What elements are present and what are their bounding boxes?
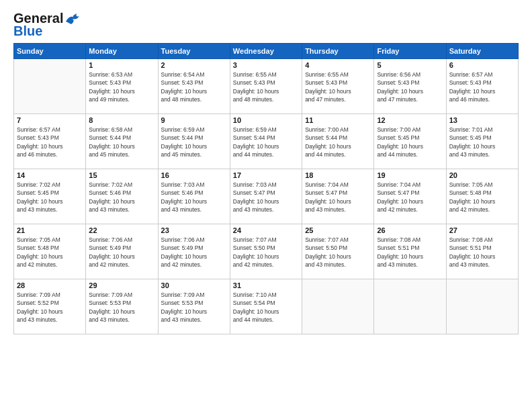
day-info: Sunrise: 6:59 AMSunset: 5:44 PMDaylight:… [161,126,227,158]
day-info: Sunrise: 6:54 AMSunset: 5:43 PMDaylight:… [161,71,227,103]
calendar-cell [14,59,86,114]
day-info: Sunrise: 7:08 AMSunset: 5:51 PMDaylight:… [377,236,443,269]
calendar-cell: 22Sunrise: 7:06 AMSunset: 5:49 PMDayligh… [86,224,158,279]
calendar-cell: 17Sunrise: 7:03 AMSunset: 5:47 PMDayligh… [230,169,302,224]
day-info: Sunrise: 7:07 AMSunset: 5:50 PMDaylight:… [233,236,299,269]
calendar-cell: 18Sunrise: 7:04 AMSunset: 5:47 PMDayligh… [302,169,374,224]
day-number: 11 [305,116,371,124]
calendar-cell: 8Sunrise: 6:58 AMSunset: 5:44 PMDaylight… [86,114,158,169]
day-number: 16 [161,171,227,179]
day-number: 9 [161,116,227,124]
day-number: 19 [377,171,443,179]
day-number: 30 [161,281,227,289]
day-number: 31 [233,281,299,289]
day-number: 29 [89,281,154,289]
day-number: 10 [233,116,299,124]
day-number: 15 [89,171,154,179]
weekday-header-thursday: Thursday [302,44,374,59]
day-number: 5 [377,61,443,69]
calendar-cell: 3Sunrise: 6:55 AMSunset: 5:43 PMDaylight… [230,59,302,114]
calendar-cell [302,279,374,334]
calendar-cell: 19Sunrise: 7:04 AMSunset: 5:47 PMDayligh… [374,169,446,224]
day-info: Sunrise: 7:06 AMSunset: 5:49 PMDaylight:… [161,236,227,269]
day-info: Sunrise: 7:10 AMSunset: 5:54 PMDaylight:… [233,291,299,324]
calendar-cell: 5Sunrise: 6:56 AMSunset: 5:43 PMDaylight… [374,59,446,114]
day-info: Sunrise: 7:04 AMSunset: 5:47 PMDaylight:… [377,181,443,214]
day-info: Sunrise: 7:03 AMSunset: 5:47 PMDaylight:… [233,181,299,214]
day-info: Sunrise: 6:57 AMSunset: 5:43 PMDaylight:… [449,71,515,103]
day-info: Sunrise: 7:09 AMSunset: 5:53 PMDaylight:… [161,291,227,324]
calendar-cell: 31Sunrise: 7:10 AMSunset: 5:54 PMDayligh… [230,279,302,334]
calendar-table: SundayMondayTuesdayWednesdayThursdayFrid… [13,43,519,334]
calendar-cell: 10Sunrise: 6:59 AMSunset: 5:44 PMDayligh… [230,114,302,169]
weekday-header-row: SundayMondayTuesdayWednesdayThursdayFrid… [14,44,519,59]
day-info: Sunrise: 7:02 AMSunset: 5:45 PMDaylight:… [17,181,83,214]
day-number: 20 [449,171,515,179]
day-info: Sunrise: 7:09 AMSunset: 5:53 PMDaylight:… [89,291,154,324]
week-row-3: 21Sunrise: 7:05 AMSunset: 5:48 PMDayligh… [14,224,519,279]
calendar-cell: 27Sunrise: 7:08 AMSunset: 5:51 PMDayligh… [446,224,518,279]
day-info: Sunrise: 7:06 AMSunset: 5:49 PMDaylight:… [89,236,154,269]
day-info: Sunrise: 7:02 AMSunset: 5:46 PMDaylight:… [89,181,154,214]
day-info: Sunrise: 7:03 AMSunset: 5:46 PMDaylight:… [161,181,227,214]
day-number: 12 [377,116,443,124]
day-info: Sunrise: 6:55 AMSunset: 5:43 PMDaylight:… [233,71,299,103]
weekday-header-wednesday: Wednesday [230,44,302,59]
calendar-cell: 21Sunrise: 7:05 AMSunset: 5:48 PMDayligh… [14,224,86,279]
day-info: Sunrise: 7:09 AMSunset: 5:52 PMDaylight:… [17,291,83,324]
calendar-cell: 23Sunrise: 7:06 AMSunset: 5:49 PMDayligh… [158,224,230,279]
day-info: Sunrise: 7:00 AMSunset: 5:45 PMDaylight:… [377,126,443,158]
page: General Blue SundayMondayTuesdayWednesda… [0,0,532,411]
day-number: 4 [305,61,371,69]
day-info: Sunrise: 7:07 AMSunset: 5:50 PMDaylight:… [305,236,371,269]
day-number: 3 [233,61,299,69]
day-number: 22 [89,226,154,234]
logo-blue: Blue [13,24,42,39]
calendar-cell: 1Sunrise: 6:53 AMSunset: 5:43 PMDaylight… [86,59,158,114]
calendar-cell: 15Sunrise: 7:02 AMSunset: 5:46 PMDayligh… [86,169,158,224]
header: General Blue [13,11,519,39]
day-number: 13 [449,116,515,124]
logo: General Blue [13,11,79,39]
day-number: 8 [89,116,154,124]
calendar-cell: 24Sunrise: 7:07 AMSunset: 5:50 PMDayligh… [230,224,302,279]
logo-bird-icon [64,12,79,26]
week-row-4: 28Sunrise: 7:09 AMSunset: 5:52 PMDayligh… [14,279,519,334]
calendar-cell: 26Sunrise: 7:08 AMSunset: 5:51 PMDayligh… [374,224,446,279]
day-info: Sunrise: 7:05 AMSunset: 5:48 PMDaylight:… [17,236,83,269]
day-number: 7 [17,116,83,124]
calendar-cell: 11Sunrise: 7:00 AMSunset: 5:44 PMDayligh… [302,114,374,169]
calendar-cell: 20Sunrise: 7:05 AMSunset: 5:48 PMDayligh… [446,169,518,224]
day-info: Sunrise: 7:05 AMSunset: 5:48 PMDaylight:… [449,181,515,214]
week-row-1: 7Sunrise: 6:57 AMSunset: 5:43 PMDaylight… [14,114,519,169]
day-number: 1 [89,61,154,69]
day-number: 23 [161,226,227,234]
calendar-cell: 7Sunrise: 6:57 AMSunset: 5:43 PMDaylight… [14,114,86,169]
day-number: 2 [161,61,227,69]
day-number: 27 [449,226,515,234]
calendar-cell: 16Sunrise: 7:03 AMSunset: 5:46 PMDayligh… [158,169,230,224]
day-info: Sunrise: 6:59 AMSunset: 5:44 PMDaylight:… [233,126,299,158]
calendar-cell [374,279,446,334]
calendar-cell [446,279,518,334]
calendar-cell: 14Sunrise: 7:02 AMSunset: 5:45 PMDayligh… [14,169,86,224]
calendar-cell: 30Sunrise: 7:09 AMSunset: 5:53 PMDayligh… [158,279,230,334]
day-info: Sunrise: 7:04 AMSunset: 5:47 PMDaylight:… [305,181,371,214]
day-info: Sunrise: 6:56 AMSunset: 5:43 PMDaylight:… [377,71,443,103]
weekday-header-saturday: Saturday [446,44,518,59]
week-row-2: 14Sunrise: 7:02 AMSunset: 5:45 PMDayligh… [14,169,519,224]
calendar-cell: 6Sunrise: 6:57 AMSunset: 5:43 PMDaylight… [446,59,518,114]
day-number: 17 [233,171,299,179]
calendar-cell: 29Sunrise: 7:09 AMSunset: 5:53 PMDayligh… [86,279,158,334]
day-number: 25 [305,226,371,234]
calendar-cell: 28Sunrise: 7:09 AMSunset: 5:52 PMDayligh… [14,279,86,334]
day-number: 6 [449,61,515,69]
calendar-cell: 9Sunrise: 6:59 AMSunset: 5:44 PMDaylight… [158,114,230,169]
day-info: Sunrise: 6:57 AMSunset: 5:43 PMDaylight:… [17,126,83,158]
week-row-0: 1Sunrise: 6:53 AMSunset: 5:43 PMDaylight… [14,59,519,114]
day-info: Sunrise: 6:55 AMSunset: 5:43 PMDaylight:… [305,71,371,103]
calendar-cell: 4Sunrise: 6:55 AMSunset: 5:43 PMDaylight… [302,59,374,114]
day-info: Sunrise: 7:01 AMSunset: 5:45 PMDaylight:… [449,126,515,158]
calendar-cell: 12Sunrise: 7:00 AMSunset: 5:45 PMDayligh… [374,114,446,169]
day-number: 26 [377,226,443,234]
